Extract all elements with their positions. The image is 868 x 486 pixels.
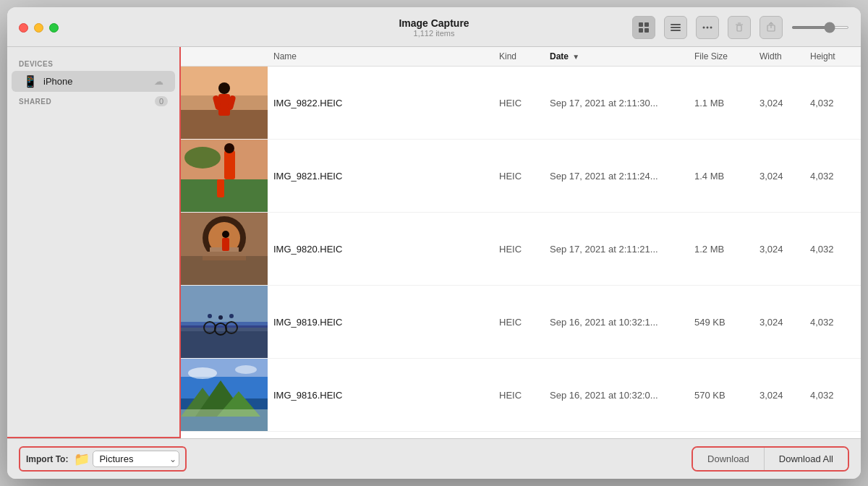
import-to-label: Import To:	[26, 454, 68, 464]
svg-point-47	[229, 314, 234, 318]
folder-icon: 📁	[74, 451, 90, 467]
download-all-button[interactable]: Download All	[765, 448, 848, 470]
sidebar-item-iphone[interactable]: 📱 iPhone ☁	[12, 71, 175, 92]
svg-point-27	[184, 147, 221, 169]
svg-rect-25	[224, 150, 235, 179]
file-kind: HEIC	[499, 244, 550, 255]
share-icon	[765, 22, 777, 33]
traffic-lights	[19, 23, 59, 33]
svg-rect-0	[639, 22, 643, 27]
col-kind-header: Kind	[499, 51, 550, 61]
file-name: IMG_9816.HEIC	[268, 390, 499, 401]
iphone-label: iPhone	[43, 76, 148, 87]
item-count: 1,112 items	[399, 29, 469, 38]
file-date: Sep 17, 2021 at 2:11:30...	[550, 98, 694, 108]
sort-arrow-icon: ▼	[572, 53, 579, 61]
svg-rect-2	[639, 28, 643, 33]
file-size: 1.1 MB	[694, 98, 760, 108]
file-kind: HEIC	[499, 317, 550, 328]
file-width: 3,024	[760, 317, 810, 328]
svg-rect-43	[181, 328, 268, 331]
file-list[interactable]: IMG_9822.HEIC HEIC Sep 17, 2021 at 2:11:…	[181, 67, 861, 438]
file-height: 4,032	[810, 317, 861, 328]
col-filesize-header: File Size	[694, 51, 760, 61]
file-width: 3,024	[760, 390, 810, 401]
svg-point-36	[222, 231, 229, 238]
svg-rect-1	[644, 22, 649, 27]
import-folder-select[interactable]: Pictures Desktop Downloads	[93, 451, 179, 467]
table-row[interactable]: IMG_9819.HEIC HEIC Sep 16, 2021 at 10:32…	[181, 286, 861, 359]
shared-row: SHARED 0	[7, 92, 179, 111]
file-date: Sep 17, 2021 at 2:11:21...	[550, 244, 694, 255]
svg-point-9	[710, 27, 712, 29]
iphone-icon: 📱	[23, 74, 38, 88]
minimize-button[interactable]	[34, 23, 43, 33]
file-name: IMG_9819.HEIC	[268, 317, 499, 328]
cloud-icon: ☁	[154, 76, 163, 87]
import-section: Import To: 📁 Pictures Desktop Downloads …	[19, 446, 187, 472]
close-button[interactable]	[19, 23, 28, 33]
app-title: Image Capture	[399, 17, 469, 29]
file-name: IMG_9822.HEIC	[268, 98, 499, 108]
table-row[interactable]: IMG_9820.HEIC HEIC Sep 17, 2021 at 2:11:…	[181, 213, 861, 286]
svg-rect-6	[671, 30, 681, 31]
table-row[interactable]: IMG_9822.HEIC HEIC Sep 17, 2021 at 2:11:…	[181, 67, 861, 140]
svg-rect-4	[671, 24, 681, 25]
more-button[interactable]	[696, 16, 719, 39]
file-area: Name Kind Date ▼ File Size Width Height	[181, 47, 861, 438]
svg-point-45	[208, 314, 212, 318]
file-kind: HEIC	[499, 171, 550, 182]
download-button[interactable]: Download	[693, 448, 765, 470]
file-width: 3,024	[760, 171, 810, 182]
svg-point-26	[224, 143, 234, 153]
col-name-header: Name	[268, 51, 499, 61]
thumbnail-IMG_9822	[181, 67, 268, 139]
svg-point-57	[188, 367, 217, 379]
import-folder-wrapper: 📁 Pictures Desktop Downloads ⌄	[74, 451, 179, 467]
list-view-button[interactable]	[664, 16, 687, 39]
table-row[interactable]: IMG_9816.HEIC HEIC Sep 16, 2021 at 10:32…	[181, 359, 861, 432]
file-kind: HEIC	[499, 390, 550, 401]
shared-count: 0	[155, 96, 168, 106]
svg-rect-37	[222, 238, 229, 251]
list-icon	[670, 22, 681, 33]
file-height: 4,032	[810, 171, 861, 182]
titlebar: Image Capture 1,112 items	[7, 7, 861, 47]
share-button[interactable]	[760, 16, 783, 39]
thumbnail-IMG_9816	[181, 359, 268, 431]
delete-button[interactable]	[728, 16, 751, 39]
file-size: 549 KB	[694, 317, 760, 328]
column-headers: Name Kind Date ▼ File Size Width Height	[181, 47, 861, 67]
file-height: 4,032	[810, 244, 861, 255]
file-size: 1.2 MB	[694, 244, 760, 255]
svg-rect-33	[203, 256, 246, 260]
svg-point-7	[703, 27, 705, 29]
file-kind: HEIC	[499, 98, 550, 108]
svg-rect-10	[737, 25, 741, 31]
file-height: 4,032	[810, 98, 861, 108]
file-date: Sep 16, 2021 at 10:32:0...	[550, 390, 694, 401]
svg-rect-28	[217, 179, 224, 197]
bottom-bar: Import To: 📁 Pictures Desktop Downloads …	[7, 438, 861, 479]
zoom-slider[interactable]	[791, 26, 849, 29]
shared-section-label: SHARED	[19, 98, 51, 106]
file-size: 570 KB	[694, 390, 760, 401]
table-row[interactable]: IMG_9821.HEIC HEIC Sep 17, 2021 at 2:11:…	[181, 140, 861, 213]
grid-view-button[interactable]	[632, 16, 655, 39]
more-icon	[702, 22, 713, 33]
trash-icon	[733, 22, 745, 33]
svg-point-58	[235, 365, 257, 374]
thumbnail-IMG_9821	[181, 140, 268, 212]
svg-rect-3	[644, 28, 649, 33]
sidebar: DEVICES 📱 iPhone ☁ SHARED 0	[7, 47, 181, 438]
file-name: IMG_9820.HEIC	[268, 244, 499, 255]
main-content: DEVICES 📱 iPhone ☁ SHARED 0 Name Kind Da…	[7, 47, 861, 438]
toolbar-buttons	[632, 16, 849, 39]
zoom-range[interactable]	[791, 26, 849, 29]
file-name: IMG_9821.HEIC	[268, 171, 499, 182]
action-buttons: Download Download All	[692, 446, 849, 472]
col-date-header[interactable]: Date ▼	[550, 51, 694, 61]
maximize-button[interactable]	[49, 23, 59, 33]
svg-rect-34	[206, 252, 242, 256]
thumbnail-IMG_9819	[181, 286, 268, 358]
